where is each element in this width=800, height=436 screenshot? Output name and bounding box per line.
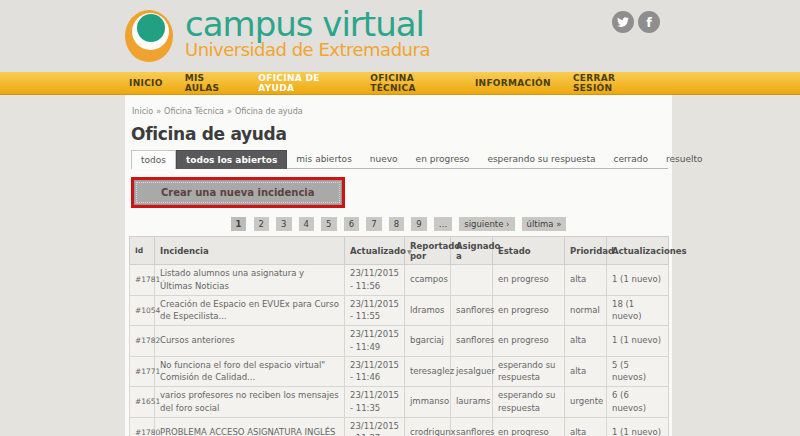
column-header-reportado-por[interactable]: Reportado por — [405, 237, 451, 265]
column-header-id[interactable]: Id — [130, 237, 155, 265]
priority-cell: alta — [565, 326, 607, 357]
table-row: #1771 No funciona el foro del espacio vi… — [130, 356, 669, 387]
updated-cell: 23/11/2015 - 11:27 — [345, 417, 405, 436]
pagination-page-9[interactable]: 9 — [411, 217, 426, 231]
pagination-page-2[interactable]: 2 — [254, 217, 269, 231]
column-header-incidencia[interactable]: Incidencia — [155, 237, 345, 265]
column-header-actualizaciones[interactable]: Actualizaciones — [607, 237, 669, 265]
column-header-estado[interactable]: Estado — [493, 237, 565, 265]
table-row: #1781 Listado alumnos una asignatura y Ú… — [130, 265, 669, 296]
assigned-to-cell: sanflores — [451, 295, 493, 326]
pagination: 1 2 3 4 5 6 7 8 9 … siguiente › última » — [129, 212, 668, 231]
pagination-next[interactable]: siguiente › — [459, 217, 514, 231]
tab-esperando-su-respuesta[interactable]: esperando su respuesta — [478, 150, 604, 168]
reported-by-cell: crodrigunx — [405, 417, 451, 436]
table-row: #1782 Cursos anteriores 23/11/2015 - 11:… — [130, 326, 669, 357]
incident-id-link[interactable]: #1651 — [135, 397, 160, 406]
updates-cell: 18 (1 nuevo) — [607, 295, 669, 326]
column-header-asignado-a[interactable]: Asignado a — [451, 237, 493, 265]
twitter-icon[interactable] — [612, 11, 634, 33]
logo-text: campus virtual Universidad de Extremadur… — [185, 6, 430, 59]
pagination-page-1[interactable]: 1 — [231, 217, 247, 231]
table-header-row: Id Incidencia Actualizado▼ Reportado por… — [130, 237, 669, 265]
nav-item-cerrar-sesion[interactable]: CERRAR SESIÓN — [562, 73, 660, 93]
nav-item-mis-aulas[interactable]: MIS AULAS — [174, 73, 248, 93]
facebook-icon[interactable]: f — [638, 11, 660, 33]
pagination-page-6[interactable]: 6 — [344, 217, 359, 231]
tab-resuelto[interactable]: resuelto — [657, 150, 712, 168]
breadcrumb-separator: » — [227, 107, 232, 116]
incident-title-link[interactable]: Creación de Espacio en EVUEx para Curso … — [160, 299, 339, 322]
updates-cell: 5 (5 nuevos) — [607, 356, 669, 387]
reported-by-cell: ccampos — [405, 265, 451, 296]
incident-title-link[interactable]: No funciona el foro del espacio virtual"… — [160, 360, 325, 383]
page: campus virtual Universidad de Extremadur… — [0, 0, 800, 436]
column-header-actualizado-label: Actualizado — [350, 246, 406, 256]
annotation-highlight-box: Crear una nueva incidencia — [131, 177, 345, 208]
updated-cell: 23/11/2015 - 11:56 — [345, 265, 405, 296]
incident-id-link[interactable]: #1054 — [135, 306, 160, 315]
pagination-page-5[interactable]: 5 — [321, 217, 336, 231]
nav-item-oficina-de-ayuda[interactable]: OFICINA DE AYUDA — [247, 73, 359, 93]
table-row: #1651 varios profesores no reciben los m… — [130, 387, 669, 418]
pagination-ellipsis[interactable]: … — [434, 217, 453, 231]
status-cell: esperando su respuesta — [493, 356, 565, 387]
incidents-table: Id Incidencia Actualizado▼ Reportado por… — [129, 236, 669, 436]
logo-title: campus virtual — [185, 6, 430, 42]
priority-cell: alta — [565, 356, 607, 387]
tab-todos-los-abiertos[interactable]: todos los abiertos — [176, 150, 287, 169]
content-panel: Inicio»Oficina Técnica»Oficina de ayuda … — [125, 95, 672, 436]
tab-en-progreso[interactable]: en progreso — [407, 150, 479, 168]
breadcrumb-inicio[interactable]: Inicio — [132, 107, 153, 116]
priority-cell: alta — [565, 417, 607, 436]
tab-mis-abiertos[interactable]: mis abiertos — [287, 150, 361, 168]
social-links: f — [612, 11, 660, 33]
status-cell: en progreso — [493, 326, 565, 357]
incident-title-link[interactable]: Listado alumnos una asignatura y Últimas… — [160, 268, 304, 291]
pagination-page-3[interactable]: 3 — [276, 217, 291, 231]
logo-green-circle — [137, 14, 165, 42]
pagination-page-4[interactable]: 4 — [299, 217, 314, 231]
status-cell: en progreso — [493, 417, 565, 436]
pagination-last[interactable]: última » — [522, 217, 567, 231]
updated-cell: 23/11/2015 - 11:55 — [345, 295, 405, 326]
assigned-to-cell: sanflores — [451, 417, 493, 436]
tab-cerrado[interactable]: cerrado — [605, 150, 657, 168]
reported-by-cell: jmmanso — [405, 387, 451, 418]
tab-todos[interactable]: todos — [131, 150, 176, 169]
tab-nuevo[interactable]: nuevo — [361, 150, 407, 168]
breadcrumb-oficina-tecnica[interactable]: Oficina Técnica — [164, 107, 224, 116]
priority-cell: alta — [565, 265, 607, 296]
breadcrumb-oficina-de-ayuda[interactable]: Oficina de ayuda — [235, 107, 303, 116]
filter-tabs: todos todos los abiertos mis abiertos nu… — [131, 150, 668, 169]
updated-cell: 23/11/2015 - 11:49 — [345, 326, 405, 357]
incident-id-link[interactable]: #1782 — [135, 336, 160, 345]
page-title: Oficina de ayuda — [131, 124, 668, 144]
assigned-to-cell — [451, 265, 493, 296]
incident-title-link[interactable]: Cursos anteriores — [160, 335, 235, 345]
reported-by-cell: ldramos — [405, 295, 451, 326]
pagination-page-7[interactable]: 7 — [366, 217, 381, 231]
assigned-to-cell: jesalguer — [451, 356, 493, 387]
column-header-actualizado[interactable]: Actualizado▼ — [345, 237, 405, 265]
campus-virtual-logo[interactable]: campus virtual Universidad de Extremadur… — [125, 6, 430, 64]
site-header: campus virtual Universidad de Extremadur… — [0, 0, 800, 72]
updated-cell: 23/11/2015 - 11:46 — [345, 356, 405, 387]
incident-id-link[interactable]: #1771 — [135, 367, 160, 376]
incident-title-link[interactable]: varios profesores no reciben los mensaje… — [160, 390, 339, 413]
nav-item-informacion[interactable]: INFORMACIÓN — [464, 78, 562, 88]
updates-cell: 6 (6 nuevos) — [607, 387, 669, 418]
pagination-page-8[interactable]: 8 — [389, 217, 404, 231]
campus-virtual-logo-icon — [125, 6, 177, 64]
updates-cell: 1 (1 nuevo) — [607, 417, 669, 436]
logo-subtitle: Universidad de Extremadura — [185, 40, 430, 59]
nav-item-oficina-tecnica[interactable]: OFICINA TÉCNICA — [359, 73, 464, 93]
table-row: #1054 Creación de Espacio en EVUEx para … — [130, 295, 669, 326]
incident-title-link[interactable]: PROBLEMA ACCESO ASIGNATURA INGLÉS — [160, 427, 335, 436]
column-header-prioridad[interactable]: Prioridad — [565, 237, 607, 265]
breadcrumb: Inicio»Oficina Técnica»Oficina de ayuda — [132, 107, 668, 116]
create-incident-button[interactable]: Crear una nueva incidencia — [134, 180, 342, 205]
incident-id-link[interactable]: #1781 — [135, 275, 160, 284]
incident-id-link[interactable]: #1780 — [135, 428, 160, 436]
nav-item-inicio[interactable]: INICIO — [118, 78, 174, 88]
